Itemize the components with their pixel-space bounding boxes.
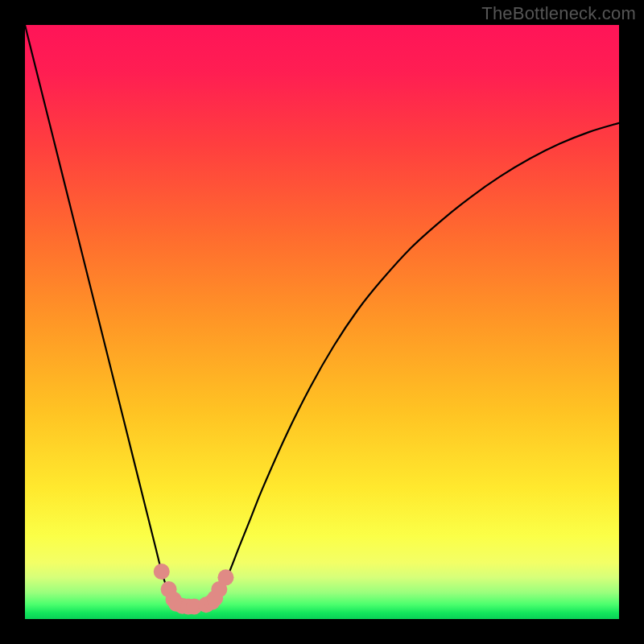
chart-frame: TheBottleneck.com [0,0,644,644]
plot-area [25,25,619,619]
watermark-text: TheBottleneck.com [481,3,636,24]
highlight-dot [217,569,233,585]
bottleneck-chart [25,25,619,619]
highlight-dot [154,564,170,580]
gradient-background [25,25,619,619]
